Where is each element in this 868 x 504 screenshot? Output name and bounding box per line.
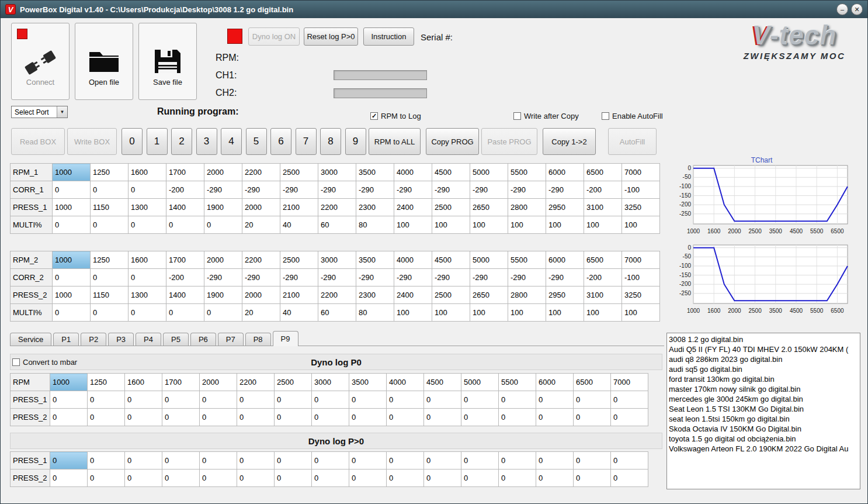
number-button-3[interactable]: 3 xyxy=(196,128,217,155)
grid-cell[interactable]: 0 xyxy=(349,409,387,426)
grid-cell[interactable]: 4500 xyxy=(432,164,470,181)
grid-cell[interactable]: 40 xyxy=(280,216,318,234)
grid-cell[interactable]: 3250 xyxy=(622,199,660,216)
grid-cell[interactable]: 1000 xyxy=(53,199,91,216)
grid-cell[interactable]: -290 xyxy=(508,181,546,199)
grid-cell[interactable]: 0 xyxy=(237,409,275,426)
grid-cell[interactable]: 1400 xyxy=(166,286,204,304)
grid-cell[interactable]: 0 xyxy=(50,470,88,487)
grid-cell[interactable]: 5500 xyxy=(508,251,546,269)
grid-cell[interactable]: 0 xyxy=(424,409,461,426)
grid-cell[interactable]: 1150 xyxy=(91,286,129,304)
number-button-2[interactable]: 2 xyxy=(171,128,192,155)
number-button-0[interactable]: 0 xyxy=(121,128,143,155)
grid-cell[interactable]: -100 xyxy=(622,269,660,286)
grid-cell[interactable]: 4000 xyxy=(394,251,432,269)
grid-cell[interactable]: 0 xyxy=(312,470,349,487)
grid-cell[interactable]: 5000 xyxy=(461,374,499,391)
file-list-item[interactable]: audi sq5 go digital.bin xyxy=(669,364,858,374)
copy-1-to-2-button[interactable]: Copy 1->2 xyxy=(543,128,596,155)
grid-cell[interactable]: 0 xyxy=(611,470,648,487)
grid-cell[interactable]: -290 xyxy=(204,181,242,199)
file-list-item[interactable]: mercedes gle 300d 245km go digital.bin xyxy=(669,394,858,404)
grid-cell[interactable]: 2200 xyxy=(318,286,356,304)
rpm-to-all-button[interactable]: RPM to ALL xyxy=(369,128,421,155)
tab-p2[interactable]: P2 xyxy=(81,333,106,346)
tab-p8[interactable]: P8 xyxy=(245,333,271,346)
grid-cell[interactable]: 0 xyxy=(166,304,204,322)
grid-cell[interactable]: 3500 xyxy=(356,164,394,181)
number-button-9[interactable]: 9 xyxy=(345,128,366,155)
minimize-button[interactable]: – xyxy=(836,4,848,15)
grid-cell[interactable]: 1400 xyxy=(166,199,204,216)
grid-cell[interactable]: 0 xyxy=(53,304,91,322)
instruction-button[interactable]: Instruction xyxy=(363,27,414,46)
grid-cell[interactable]: 0 xyxy=(275,452,312,470)
grid-cell[interactable]: 0 xyxy=(499,470,536,487)
grid-cell[interactable]: 0 xyxy=(237,391,275,409)
grid-cell[interactable]: 0 xyxy=(91,216,129,234)
grid-cell[interactable]: 1000 xyxy=(53,286,91,304)
grid-cell[interactable]: 5000 xyxy=(470,251,508,269)
grid-cell[interactable]: 7000 xyxy=(611,374,648,391)
write-after-copy-checkbox[interactable]: Write after Copy xyxy=(513,112,579,120)
grid-cell[interactable]: 0 xyxy=(200,409,237,426)
grid-cell[interactable]: 0 xyxy=(88,409,125,426)
grid-cell[interactable]: 0 xyxy=(275,409,312,426)
file-list-item[interactable]: ford transit 130km go digital.bin xyxy=(669,374,858,384)
grid-cell[interactable]: 0 xyxy=(162,391,200,409)
grid-cell[interactable]: 4000 xyxy=(394,164,432,181)
grid-cell[interactable]: 0 xyxy=(275,470,312,487)
grid-cell[interactable]: 100 xyxy=(432,304,470,322)
grid-cell[interactable]: 6000 xyxy=(536,374,574,391)
grid-cell[interactable]: 2650 xyxy=(470,286,508,304)
grid-cell[interactable]: 1000 xyxy=(50,374,88,391)
grid-cell[interactable]: 0 xyxy=(349,452,387,470)
port-select[interactable]: Select Port ▼ xyxy=(11,106,68,118)
grid-cell[interactable]: 0 xyxy=(162,452,200,470)
grid-cell[interactable]: 2300 xyxy=(356,286,394,304)
grid-cell[interactable]: 0 xyxy=(424,391,461,409)
grid-cell[interactable]: 100 xyxy=(470,304,508,322)
grid-cell[interactable]: 20 xyxy=(242,216,280,234)
file-list-item[interactable]: master 170km nowy silnik go digital.bin xyxy=(669,384,858,394)
number-button-8[interactable]: 8 xyxy=(320,128,341,155)
tab-p9[interactable]: P9 xyxy=(273,331,298,346)
grid-cell[interactable]: 100 xyxy=(546,216,584,234)
grid-cell[interactable]: 0 xyxy=(387,391,424,409)
grid-cell[interactable]: 0 xyxy=(349,391,387,409)
grid-cell[interactable]: 2000 xyxy=(242,199,280,216)
grid-cell[interactable]: 80 xyxy=(356,216,394,234)
grid-cell[interactable]: -200 xyxy=(584,181,622,199)
grid-cell[interactable]: -290 xyxy=(546,269,584,286)
grid-cell[interactable]: 0 xyxy=(574,391,611,409)
grid-cell[interactable]: 0 xyxy=(461,452,499,470)
grid-cell[interactable]: 2800 xyxy=(508,286,546,304)
grid-cell[interactable]: 1250 xyxy=(91,251,129,269)
grid-cell[interactable]: -200 xyxy=(166,181,204,199)
autofill-button[interactable]: AutoFill xyxy=(608,128,657,155)
grid-cell[interactable]: 2500 xyxy=(432,199,470,216)
grid-cell[interactable]: 6500 xyxy=(574,374,611,391)
number-button-1[interactable]: 1 xyxy=(147,128,168,155)
grid-cell[interactable]: 1250 xyxy=(91,164,129,181)
grid-cell[interactable]: 0 xyxy=(574,452,611,470)
grid-cell[interactable]: 0 xyxy=(200,470,237,487)
grid-cell[interactable]: 80 xyxy=(356,304,394,322)
grid-cell[interactable]: 7000 xyxy=(622,164,660,181)
grid-cell[interactable]: -290 xyxy=(356,181,394,199)
grid-cell[interactable]: 0 xyxy=(162,470,200,487)
grid-cell[interactable]: 0 xyxy=(88,391,125,409)
grid-cell[interactable]: 100 xyxy=(546,304,584,322)
grid-cell[interactable]: 2100 xyxy=(280,199,318,216)
grid-cell[interactable]: 0 xyxy=(91,269,129,286)
grid-cell[interactable]: 0 xyxy=(574,470,611,487)
grid-cell[interactable]: 100 xyxy=(432,216,470,234)
number-button-6[interactable]: 6 xyxy=(270,128,291,155)
grid-cell[interactable]: 3500 xyxy=(356,251,394,269)
grid-cell[interactable]: 0 xyxy=(424,452,461,470)
grid-cell[interactable]: 0 xyxy=(125,409,162,426)
grid-cell[interactable]: 2500 xyxy=(275,374,312,391)
checkbox-box[interactable] xyxy=(602,112,609,120)
grid-cell[interactable]: 1700 xyxy=(166,251,204,269)
